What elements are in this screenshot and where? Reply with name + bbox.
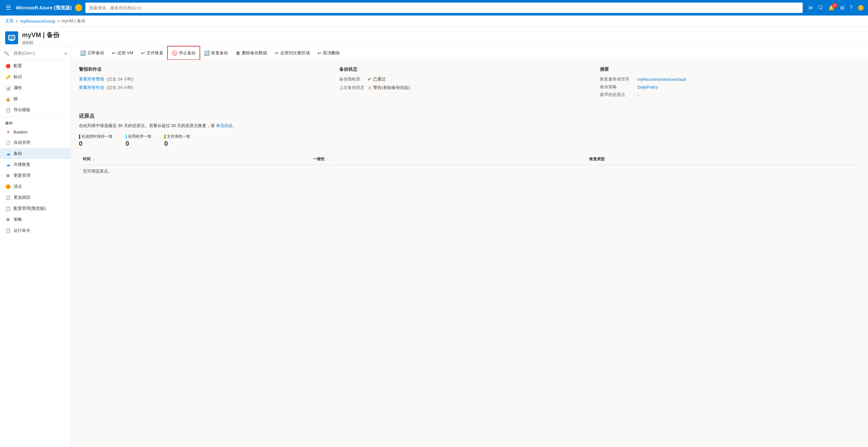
col-time: 时间 ↕ [79, 154, 309, 165]
toolbar-backup-now-button[interactable]: 🔄 立即备份 [76, 46, 108, 60]
backup-status-section: 备份状态 备份预检查 ✔ 已通过 上次备份状态 ⚠ 警告(初始备份挂起) [339, 67, 599, 100]
sidebar-item-disaster-recovery[interactable]: ☁ 灾难恢复 [0, 159, 71, 170]
fs-consistent-count: 0 [164, 140, 190, 148]
sidebar-item-policy[interactable]: ⚙ 策略 [0, 214, 71, 225]
sidebar-item-properties[interactable]: 📊 属性 [0, 83, 71, 93]
counter-app-consistent: 应用程序一致 0 [125, 134, 151, 148]
sidebar-items-settings: 🔴 配置 🔑 标识 📊 属性 🔒 锁 📋 导出模板 [0, 60, 71, 116]
toolbar-file-recovery-button[interactable]: ↩ 文件恢复 [137, 46, 167, 60]
earliest-restore-row: 最早的还原点 - [600, 92, 854, 98]
sidebar-item-label: 更改跟踪 [13, 195, 30, 200]
earliest-restore-label: 最早的还原点 [600, 92, 632, 98]
toolbar-restore-vm-label: 还原 VM [117, 50, 133, 56]
sidebar-item-label: 自动关闭 [13, 140, 30, 146]
page-title: myVM | 备份 [22, 31, 60, 39]
sort-time-icon[interactable]: ↕ [93, 157, 94, 161]
table-empty-row: 无可用还原点。 [79, 165, 860, 178]
sidebar-item-label: 标识 [13, 74, 22, 80]
page-header: myVM | 备份 虚拟机 [0, 27, 868, 46]
sidebar-item-export-template[interactable]: 📋 导出模板 [0, 104, 71, 116]
restore-link[interactable]: 单击此处。 [216, 123, 237, 128]
view-all-jobs-link[interactable]: 查看所有作业 [79, 85, 104, 91]
bastion-icon: ✕ [5, 130, 11, 134]
toolbar-restore-region-button[interactable]: ↩ 还原到次要区域 [271, 46, 314, 60]
content-divider [79, 106, 860, 106]
sidebar-search-bar: 🔍 « [0, 46, 71, 60]
sidebar-item-bastion[interactable]: ✕ Bastion [0, 127, 71, 137]
sidebar-collapse-icon[interactable]: « [64, 51, 67, 56]
toolbar-stop-backup-button[interactable]: 🚫 停止备份 [167, 46, 200, 60]
sidebar-item-inventory[interactable]: 🟠 清点 [0, 181, 71, 192]
top-bar-icons: ✉ 🗨 🔔 4 ⚙ ? 😊 [808, 5, 864, 11]
sidebar-item-config-management[interactable]: 📋 配置管理(预览版) [0, 203, 71, 214]
crash-consistent-count: 0 [79, 140, 113, 148]
toolbar-file-recovery-label: 文件恢复 [147, 50, 163, 56]
policy-value[interactable]: DailyPolicy [638, 85, 658, 90]
file-recovery-icon: ↩ [141, 51, 145, 56]
crash-consistent-label: 在崩溃时保持一致 [79, 134, 113, 139]
earliest-restore-value: - [638, 92, 639, 97]
sidebar-item-identity[interactable]: 🔑 标识 [0, 71, 71, 83]
policy-icon: ⚙ [5, 217, 11, 222]
notification-icon[interactable]: 🔔 4 [828, 5, 835, 11]
sidebar-search-input[interactable] [11, 49, 62, 58]
sidebar-item-label: 策略 [13, 217, 22, 222]
backup-icon: ☁ [5, 151, 11, 156]
alerts-section-title: 警报和作业 [79, 67, 333, 72]
sidebar-item-config[interactable]: 🔴 配置 [0, 60, 71, 71]
sort-consistency-icon[interactable]: ↕ [327, 157, 329, 161]
global-search-input[interactable] [85, 3, 803, 13]
sidebar-item-label: 配置管理(预览版) [13, 205, 46, 212]
page-header-text: myVM | 备份 虚拟机 [22, 31, 60, 45]
toolbar-stop-backup-label: 停止备份 [179, 50, 196, 56]
main-layout: 🔍 « 🔴 配置 🔑 标识 📊 属性 🔒 锁 📋 [0, 46, 868, 447]
breadcrumb-resource-group[interactable]: myResourceGroup [20, 19, 55, 24]
vault-value[interactable]: myRecoveryServicesVault [638, 77, 686, 82]
account-icon[interactable]: 😊 [858, 5, 864, 11]
app-title: Microsoft Azure (预览版) [16, 5, 72, 11]
fs-consistent-label: 文件系统一致 [164, 134, 190, 139]
sidebar-item-update-management[interactable]: ⚙ 更新管理 [0, 170, 71, 181]
breadcrumb-current: myVM | 备份 [61, 18, 85, 24]
backup-now-icon: 🔄 [80, 51, 86, 56]
app-consistent-count: 0 [125, 140, 151, 148]
feedback-icon[interactable]: 🗨 [818, 5, 823, 11]
restore-desc: 在此列表中筛选最近 30 天的还原点。若要从超过 30 天的还原点恢复，请 单击… [79, 123, 860, 129]
help-icon[interactable]: ? [849, 5, 852, 11]
lightblue-bar [125, 134, 127, 139]
sidebar-item-auto-shutdown[interactable]: 🕐 自动关闭 [0, 137, 71, 148]
sidebar-item-change-tracking[interactable]: 📋 更改跟踪 [0, 192, 71, 203]
hamburger-menu[interactable]: ☰ [4, 2, 13, 13]
toolbar-delete-backup-data-button[interactable]: 🗑 删除备份数据 [232, 46, 271, 60]
backup-precheck-row: 备份预检查 ✔ 已通过 [339, 76, 593, 82]
sidebar-item-locks[interactable]: 🔒 锁 [0, 93, 71, 104]
update-management-icon: ⚙ [5, 173, 11, 178]
backup-precheck-label: 备份预检查 [339, 76, 365, 82]
preview-badge [75, 4, 82, 11]
counter-fs-consistent: 文件系统一致 0 [164, 134, 190, 148]
resume-backup-icon: 🔄 [204, 51, 210, 56]
view-all-alerts-link[interactable]: 查看所有警报 [79, 76, 104, 82]
blue-bar [79, 134, 80, 139]
toolbar-delete-backup-data-label: 删除备份数据 [242, 50, 267, 56]
last-backup-status-row: 上次备份状态 ⚠ 警告(初始备份挂起) [339, 85, 593, 91]
content-body: 警报和作业 查看所有警报 (过去 24 小时) 查看所有作业 (过去 24 小时… [71, 60, 868, 184]
sidebar: 🔍 « 🔴 配置 🔑 标识 📊 属性 🔒 锁 📋 [0, 46, 71, 447]
toolbar-resume-backup-button[interactable]: 🔄 恢复备份 [200, 46, 232, 60]
sidebar-item-label: 运行命令 [13, 227, 30, 233]
sidebar-item-run-command[interactable]: 📋 运行命令 [0, 225, 71, 236]
sidebar-item-label: 配置 [13, 63, 22, 69]
breadcrumb-home[interactable]: 主页 [5, 18, 13, 24]
toolbar-cancel-delete-button[interactable]: ↩ 取消删除 [314, 46, 344, 60]
restore-points-table: 时间 ↕ 一致性 ↕ 恢复类型 无可用还原点。 [79, 154, 860, 178]
jobs-period: (过去 24 小时) [107, 85, 133, 91]
svg-rect-0 [8, 35, 15, 40]
settings-icon[interactable]: ⚙ [840, 5, 844, 11]
email-icon[interactable]: ✉ [808, 5, 813, 11]
toolbar-cancel-delete-label: 取消删除 [323, 50, 340, 56]
toolbar-restore-vm-button[interactable]: ↩ 还原 VM [108, 46, 137, 60]
sidebar-item-backup[interactable]: ☁ 备份 [0, 148, 71, 159]
restore-section-title: 还原点 [79, 113, 860, 120]
sidebar-section-operations: 操作 [0, 118, 71, 127]
page-subtitle: 虚拟机 [22, 40, 60, 45]
